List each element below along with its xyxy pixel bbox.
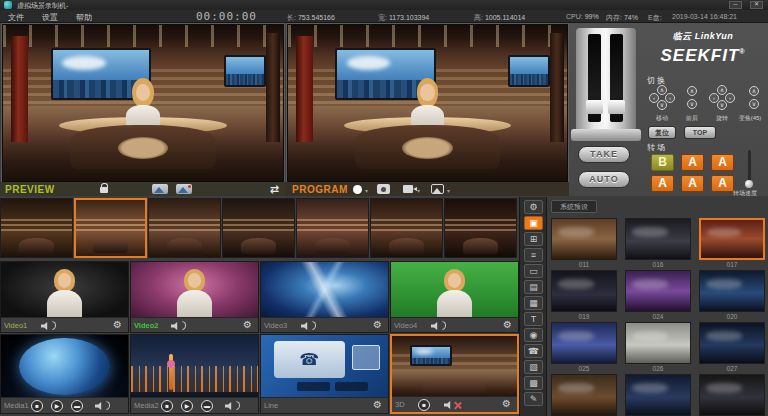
preset-row4-1[interactable] <box>551 374 617 416</box>
menu-help[interactable]: 帮助 <box>76 12 92 23</box>
preset-tab[interactable]: 系统预设 <box>551 200 597 213</box>
scene3d-stop-button[interactable]: ■ <box>418 399 430 411</box>
zoom-in-button[interactable]: ∧ <box>749 86 759 96</box>
scene-thumb-4[interactable] <box>222 198 295 258</box>
preset-row4-2[interactable] <box>625 374 691 416</box>
copy-icon[interactable]: ⊞ <box>524 232 543 246</box>
preset-025[interactable]: 025 <box>551 322 617 372</box>
scene-thumb-6[interactable] <box>370 198 443 258</box>
t-bar-fader[interactable] <box>576 28 636 132</box>
preset-019[interactable]: 019 <box>551 270 617 320</box>
scene-thumb-7[interactable] <box>444 198 517 258</box>
settings-gear-icon[interactable]: ⚙ <box>524 200 543 214</box>
scene-thumb-2-selected[interactable] <box>74 198 147 258</box>
preset-017-selected[interactable]: 017 <box>699 218 765 268</box>
picture-caret-icon[interactable]: ▾ <box>447 187 450 194</box>
auto-button[interactable]: AUTO <box>578 171 630 188</box>
camera-icon[interactable]: ◉ <box>524 328 543 342</box>
monitor-icon[interactable]: ▭ <box>524 264 543 278</box>
picture-output-icon[interactable] <box>431 184 444 194</box>
media1-play-button[interactable]: ▶ <box>51 400 63 412</box>
line-cell[interactable]: ☎ Line ⚙ <box>260 334 389 414</box>
video4-gear-icon[interactable]: ⚙ <box>503 319 512 330</box>
media1-pause-button[interactable]: ▬ <box>71 400 83 412</box>
media2-cell[interactable]: Media2 ■ ▶ ▬ <box>130 334 259 414</box>
speaker-icon[interactable] <box>171 322 181 330</box>
move-right-button[interactable]: › <box>665 93 675 103</box>
preset-row4-3[interactable] <box>699 374 765 416</box>
video4-cell[interactable]: Video4 ⚙ <box>390 261 519 333</box>
speaker-icon[interactable] <box>95 402 105 410</box>
transition-effect-b-icon[interactable] <box>176 184 192 194</box>
transition-a1-button[interactable]: A <box>681 154 704 171</box>
zoom-out-button[interactable]: ∨ <box>749 99 759 109</box>
transition-a3-button[interactable]: A <box>651 175 674 192</box>
layers-icon[interactable]: ▤ <box>524 280 543 294</box>
speed-slider-knob[interactable] <box>745 180 753 188</box>
snapshot-camera-icon[interactable] <box>377 184 390 194</box>
lock-icon[interactable] <box>100 187 108 193</box>
transition-a5-button[interactable]: A <box>711 175 734 192</box>
video1-gear-icon[interactable]: ⚙ <box>113 319 122 330</box>
speaker-icon[interactable] <box>41 322 51 330</box>
preset-024[interactable]: 024 <box>625 270 691 320</box>
media2-pause-button[interactable]: ▬ <box>201 400 213 412</box>
scene-thumb-5[interactable] <box>296 198 369 258</box>
transition-effect-a-icon[interactable] <box>152 184 168 194</box>
close-button[interactable]: ✕ <box>750 1 763 9</box>
pattern-icon[interactable]: ▧ <box>524 360 543 374</box>
take-button[interactable]: TAKE <box>578 146 630 163</box>
preset-027[interactable]: 027 <box>699 322 765 372</box>
grid-icon[interactable]: ▦ <box>524 296 543 310</box>
menu-file[interactable]: 文件 <box>8 12 24 23</box>
reset-button[interactable]: 复位 <box>648 126 676 139</box>
dolly-back-button[interactable]: ∨ <box>687 99 697 109</box>
record-caret-icon[interactable]: ▾ <box>365 187 368 194</box>
text-icon[interactable]: T <box>524 312 543 326</box>
save-scene-icon[interactable]: ▣ <box>524 216 543 230</box>
transition-a4-button[interactable]: A <box>681 175 704 192</box>
list-icon[interactable]: ≡ <box>524 248 543 262</box>
transition-b-button[interactable]: B <box>651 154 674 171</box>
mask-icon[interactable]: ▩ <box>524 376 543 390</box>
media2-stop-button[interactable]: ■ <box>161 400 173 412</box>
dolly-forward-button[interactable]: ∧ <box>687 86 697 96</box>
rotate-left-button[interactable]: ‹ <box>709 93 719 103</box>
speaker-icon[interactable] <box>431 322 441 330</box>
preset-011[interactable]: 011 <box>551 218 617 268</box>
top-button[interactable]: TOP <box>684 126 716 139</box>
edit-icon[interactable]: ✎ <box>524 392 543 406</box>
scene-thumb-1[interactable] <box>0 198 73 258</box>
phone-icon[interactable]: ☎ <box>524 344 543 358</box>
video2-cell[interactable]: Video2 ⚙ <box>130 261 259 333</box>
media1-stop-button[interactable]: ■ <box>31 400 43 412</box>
media2-play-button[interactable]: ▶ <box>181 400 193 412</box>
t-bar-handle-right[interactable] <box>608 100 625 114</box>
preset-016[interactable]: 016 <box>625 218 691 268</box>
move-left-button[interactable]: ‹ <box>649 93 659 103</box>
scene-thumb-3[interactable] <box>148 198 221 258</box>
speaker-icon[interactable] <box>225 402 235 410</box>
record-icon[interactable] <box>353 185 362 194</box>
video2-gear-icon[interactable]: ⚙ <box>243 319 252 330</box>
transition-speed-slider[interactable] <box>748 150 751 186</box>
capture-caret-icon[interactable]: ▾ <box>417 187 420 194</box>
video-capture-icon[interactable] <box>403 185 413 193</box>
scene3d-gear-icon[interactable]: ⚙ <box>502 398 511 409</box>
video3-gear-icon[interactable]: ⚙ <box>373 319 382 330</box>
preset-026[interactable]: 026 <box>625 322 691 372</box>
transition-a2-button[interactable]: A <box>711 154 734 171</box>
speaker-wave-icon <box>310 321 316 330</box>
video3-cell[interactable]: Video3 ⚙ <box>260 261 389 333</box>
line-gear-icon[interactable]: ⚙ <box>373 399 382 410</box>
video1-cell[interactable]: Video1 ⚙ <box>0 261 129 333</box>
rotate-right-button[interactable]: › <box>725 93 735 103</box>
minimize-button[interactable]: ─ <box>729 1 742 9</box>
media1-cell[interactable]: Media1 ■ ▶ ▬ <box>0 334 129 414</box>
speaker-icon[interactable] <box>301 322 311 330</box>
t-bar-handle-left[interactable] <box>586 100 603 114</box>
preset-020[interactable]: 020 <box>699 270 765 320</box>
menu-settings[interactable]: 设置 <box>42 12 58 23</box>
swap-preview-program-icon[interactable]: ⇄ <box>270 183 279 196</box>
scene3d-cell-selected[interactable]: 3D ■ ⚙ <box>390 334 519 414</box>
